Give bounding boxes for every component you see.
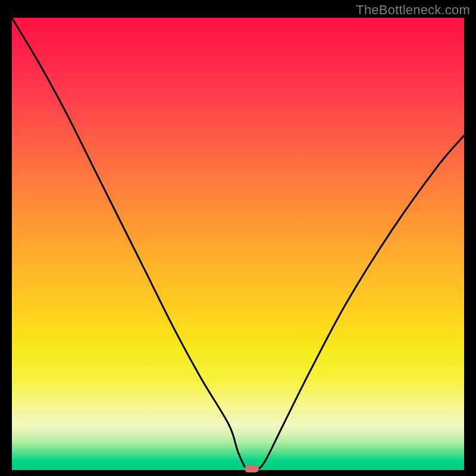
bottleneck-curve: [12, 18, 464, 470]
optimum-marker: [245, 465, 259, 472]
chart-area: [12, 18, 464, 470]
curve-path: [12, 18, 464, 470]
watermark-text: TheBottleneck.com: [356, 2, 470, 18]
